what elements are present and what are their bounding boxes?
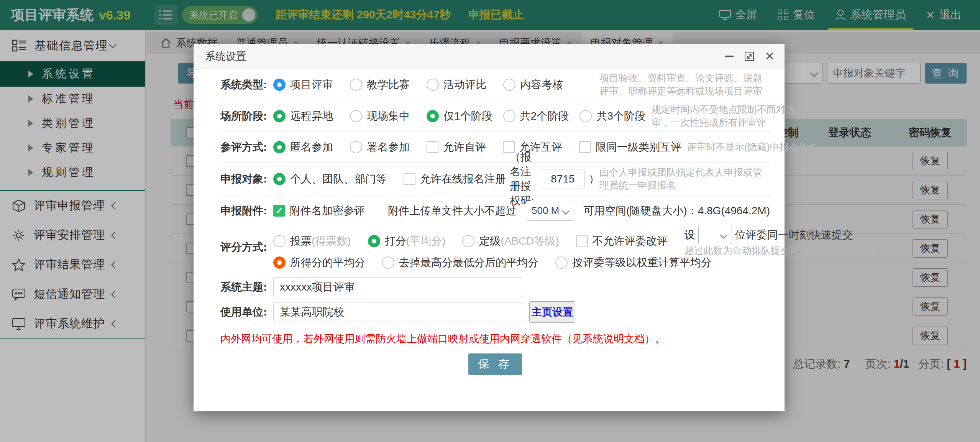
- radio-plain-average[interactable]: 所得分的平均分: [273, 255, 365, 270]
- radio-icon: [273, 256, 286, 269]
- radio-icon: [273, 110, 286, 122]
- venue-stage-hint: 规定时间内不受地点限制不面对选手评审，一次性完成所有评审评: [652, 103, 832, 129]
- radio-two-stages[interactable]: 共2个阶段: [503, 109, 569, 123]
- radio-scoring[interactable]: 打分(平均分): [368, 234, 446, 248]
- dialog-header[interactable]: 系统设置 ✕: [194, 44, 785, 69]
- quick-submit-setting: 设 位评委同一时刻快速提交 超过此数为自动排队提交则避免服务器运行慢: [685, 226, 862, 257]
- radio-icon: [273, 235, 286, 247]
- radio-icon: [368, 235, 380, 247]
- radio-icon: [427, 79, 439, 91]
- checkbox-icon: [576, 235, 588, 247]
- radio-icon: [462, 235, 474, 247]
- row-participation-mode: 参评方式: 匿名参加 署名参加 允许自评 允许互评 限同一级类别互评 评审时不: [220, 132, 770, 163]
- radio-icon: [427, 110, 439, 122]
- quick-submit-hint: 超过此数为自动排队提交则避免服务器运行慢: [685, 245, 876, 256]
- radio-icon: [350, 110, 362, 122]
- radio-icon: [350, 79, 362, 91]
- row-system-title: 系统主题:: [220, 275, 770, 299]
- system-type-hint: 项目验收、资料审查、论文评选、课题评审、职称评定等远程或现场项目评审: [599, 72, 770, 98]
- radio-icon: [273, 79, 286, 91]
- radio-one-stage[interactable]: 仅1个阶段: [427, 109, 492, 123]
- judge-count-select[interactable]: [698, 226, 732, 244]
- network-usage-note: 内外网均可使用，若外网使用则需防火墙上做端口映射或使用内网穿透软件（见系统说明文…: [220, 332, 770, 346]
- radio-content-assessment[interactable]: 内容考核: [503, 77, 563, 92]
- available-space-text: 可用空间(随硬盘大小)：4.8G(4964.2M): [583, 204, 770, 218]
- checkbox-limit-same-category[interactable]: 限同一级类别互评: [579, 140, 681, 154]
- radio-named[interactable]: 署名参加: [350, 140, 410, 154]
- checkbox-allow-self-review[interactable]: 允许自评: [427, 140, 486, 154]
- row-declare-target: 申报对象: 个人、团队、部门等 允许在线报名注册 （报名注册授权码: ） 由个人…: [220, 163, 770, 196]
- checkbox-online-registration[interactable]: 允许在线报名注册: [404, 172, 506, 186]
- radio-icon: [382, 256, 394, 269]
- system-settings-dialog: 系统设置 ✕ 系统类型: 项目评审 教学比赛 活动: [194, 44, 785, 411]
- checkbox-checked-icon: ✓: [273, 205, 285, 217]
- radio-remote-offsite[interactable]: 远程异地: [273, 109, 333, 123]
- radio-anonymous[interactable]: 匿名参加: [273, 140, 333, 154]
- radio-icon: [350, 141, 362, 153]
- homepage-settings-button[interactable]: 主页设置: [529, 301, 575, 323]
- radio-icon: [503, 110, 515, 122]
- row-attachments: 申报附件: ✓ 附件名加密参评 附件上传单文件大小不超过 500 M 可用空间(…: [220, 196, 770, 226]
- radio-project-review[interactable]: 项目评审: [273, 77, 333, 92]
- registration-code-input[interactable]: [541, 169, 585, 189]
- checkbox-encrypt-filename[interactable]: ✓ 附件名加密参评: [273, 204, 365, 218]
- checkbox-no-rescore[interactable]: 不允许评委改评: [576, 234, 668, 248]
- radio-grading[interactable]: 定级(ABCD等级): [462, 234, 559, 248]
- checkbox-icon: [427, 141, 438, 153]
- radio-icon: [273, 141, 286, 153]
- system-title-input[interactable]: [273, 277, 523, 297]
- minimize-icon[interactable]: [725, 56, 734, 57]
- checkbox-icon: [404, 173, 415, 185]
- row-organization: 使用单位: 主页设置: [220, 299, 770, 325]
- row-system-type: 系统类型: 项目评审 教学比赛 活动评比 内容考核 项目验收、资料审查、论文评选…: [220, 69, 770, 100]
- save-button[interactable]: 保 存: [468, 353, 522, 375]
- dialog-title: 系统设置: [205, 49, 246, 63]
- radio-icon: [273, 173, 286, 185]
- max-file-size-select[interactable]: 500 M: [526, 201, 574, 221]
- radio-trimmed-average[interactable]: 去掉最高分最低分后的平均分: [382, 255, 538, 270]
- radio-onsite-centralized[interactable]: 现场集中: [350, 109, 410, 123]
- checkbox-icon: [579, 141, 591, 153]
- close-icon[interactable]: ✕: [765, 49, 775, 63]
- row-venue-stage: 场所阶段: 远程异地 现场集中 仅1个阶段 共2个阶段 共3个阶段 规定时间内: [220, 100, 770, 132]
- radio-icon: [555, 256, 568, 269]
- organization-input[interactable]: [273, 302, 523, 322]
- declare-target-hint: 由个人申报或团队指定代表人申报或管理员统一申报报名: [599, 166, 770, 192]
- radio-weighted-average[interactable]: 按评委等级以权重计算平均分: [555, 255, 712, 270]
- radio-three-stages[interactable]: 共3个阶段: [579, 109, 645, 123]
- radio-icon: [579, 110, 592, 122]
- radio-teaching-competition[interactable]: 教学比赛: [350, 77, 410, 92]
- maximize-icon[interactable]: [744, 51, 754, 61]
- radio-activity-appraisal[interactable]: 活动评比: [427, 77, 486, 92]
- radio-voting[interactable]: 投票(得票数): [273, 234, 351, 248]
- row-scoring-mode: 评分方式: 投票(得票数) 打分(平均分) 定级(ABCD等级): [220, 226, 770, 275]
- participation-hint: 评审时不显示(隐藏)申报者姓名: [687, 141, 825, 154]
- radio-individual-team-dept[interactable]: 个人、团队、部门等: [273, 172, 387, 186]
- radio-icon: [503, 79, 515, 91]
